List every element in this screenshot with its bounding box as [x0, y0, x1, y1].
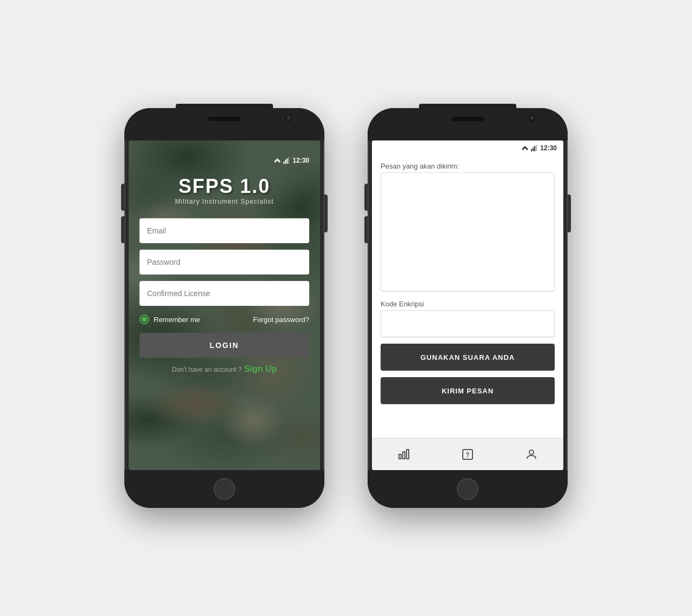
svg-rect-9 — [536, 145, 537, 151]
remember-forgot-row: Remember me Forgot password? — [139, 314, 309, 324]
wifi-icon — [273, 157, 282, 164]
signup-text: Don't have an account ? — [172, 366, 242, 373]
speaker-grill-2 — [451, 117, 484, 121]
password-input[interactable] — [139, 250, 309, 274]
svg-rect-3 — [287, 158, 288, 164]
home-button[interactable] — [214, 478, 235, 500]
voice-button[interactable]: GUNAKAN SUARA ANDA — [381, 344, 555, 371]
nav-help[interactable]: ? — [457, 444, 478, 465]
phone-top-bar-2 — [368, 108, 568, 140]
message-screen: 12:30 Pesan yang akan dikirim: Kode Enkr… — [372, 140, 563, 470]
phones-container: 12:30 SFPS 1.0 Military Instrument Speci… — [124, 76, 568, 540]
svg-rect-8 — [534, 146, 535, 151]
svg-point-15 — [529, 450, 534, 454]
bar-chart-icon — [397, 448, 410, 461]
message-label: Pesan yang akan dikirim: — [381, 162, 555, 170]
signal-icon — [283, 157, 291, 164]
svg-rect-10 — [399, 454, 401, 459]
status-bar: 12:30 — [139, 157, 309, 164]
signup-link[interactable]: Sign Up — [244, 364, 277, 373]
nav-person[interactable] — [521, 444, 542, 465]
app-title: SFPS 1.0 — [175, 175, 274, 198]
phone-bottom-bar — [124, 470, 324, 508]
svg-text:?: ? — [465, 451, 469, 459]
encryption-input[interactable] — [381, 310, 555, 337]
nav-bar-chart[interactable] — [393, 444, 415, 465]
svg-rect-12 — [407, 450, 409, 459]
wifi-icon-2 — [521, 145, 529, 151]
encryption-field-group: Kode Enkripsi — [381, 300, 555, 337]
svg-marker-0 — [274, 158, 281, 163]
app-subtitle: Military Instrument Specialist — [175, 198, 274, 205]
message-status-time: 12:30 — [540, 144, 557, 152]
power-button-2 — [568, 195, 571, 232]
front-camera-2 — [529, 115, 535, 121]
message-textarea[interactable] — [381, 172, 555, 291]
bottom-navigation: ? — [372, 438, 563, 470]
remember-label: Remember me — [154, 316, 200, 324]
radio-inner — [142, 317, 147, 322]
volume-down-button — [121, 216, 124, 243]
remember-me-group[interactable]: Remember me — [139, 314, 200, 324]
svg-rect-4 — [288, 157, 289, 164]
signal-icon-2 — [531, 145, 538, 151]
remember-radio[interactable] — [139, 314, 149, 324]
svg-rect-2 — [285, 160, 286, 164]
person-icon — [525, 448, 538, 461]
login-button[interactable]: LOGIN — [139, 333, 309, 358]
license-input[interactable] — [139, 281, 309, 306]
forgot-password-link[interactable]: Forgot password? — [253, 316, 309, 324]
encryption-label: Kode Enkripsi — [381, 300, 555, 308]
svg-rect-11 — [403, 452, 405, 459]
message-content-area: Pesan yang akan dikirim: Kode Enkripsi G… — [372, 156, 563, 438]
message-status-bar: 12:30 — [372, 140, 563, 156]
status-time: 12:30 — [292, 157, 309, 164]
email-input[interactable] — [139, 218, 309, 243]
svg-marker-5 — [522, 146, 528, 150]
volume-up-button-2 — [364, 184, 368, 211]
send-button[interactable]: KIRIM PESAN — [381, 377, 555, 404]
speaker-grill — [208, 117, 241, 121]
power-button — [324, 195, 328, 232]
svg-rect-6 — [531, 149, 532, 151]
help-icon: ? — [461, 448, 474, 461]
phone-bottom-bar-2 — [368, 470, 568, 508]
volume-up-button — [121, 184, 124, 211]
login-form: Remember me Forgot password? LOGIN Don't… — [139, 218, 309, 374]
app-title-section: SFPS 1.0 Military Instrument Specialist — [175, 175, 274, 205]
signup-row: Don't have an account ? Sign Up — [139, 364, 309, 374]
login-screen: 12:30 SFPS 1.0 Military Instrument Speci… — [129, 140, 320, 470]
phone-login: 12:30 SFPS 1.0 Military Instrument Speci… — [124, 108, 324, 508]
message-field-group: Pesan yang akan dikirim: — [381, 162, 555, 293]
front-camera — [285, 115, 292, 121]
svg-rect-1 — [283, 162, 284, 164]
phone-top-bar — [124, 108, 324, 140]
svg-rect-7 — [533, 148, 534, 151]
volume-down-button-2 — [364, 216, 368, 243]
phone-message: 12:30 Pesan yang akan dikirim: Kode Enkr… — [368, 108, 568, 508]
home-button-2[interactable] — [457, 478, 478, 500]
